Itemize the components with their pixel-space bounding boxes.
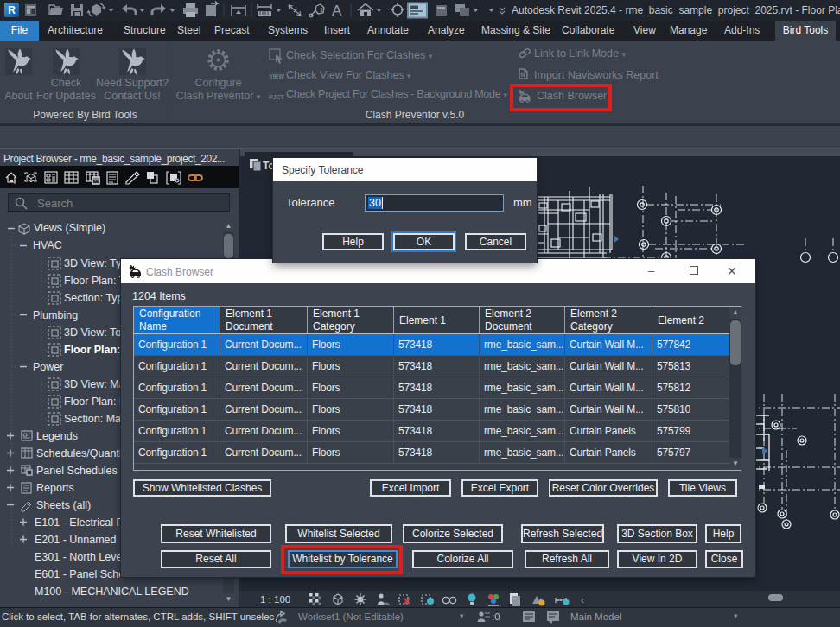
svg-text:N: N [521, 72, 525, 78]
svg-text:‹: ‹ [581, 594, 584, 606]
svg-text:R: R [8, 4, 16, 16]
svg-text:1: 1 [320, 6, 324, 14]
svg-text:A: A [332, 3, 342, 19]
svg-text:PJCT: PJCT [269, 94, 285, 100]
svg-text:VIEW: VIEW [269, 73, 284, 79]
